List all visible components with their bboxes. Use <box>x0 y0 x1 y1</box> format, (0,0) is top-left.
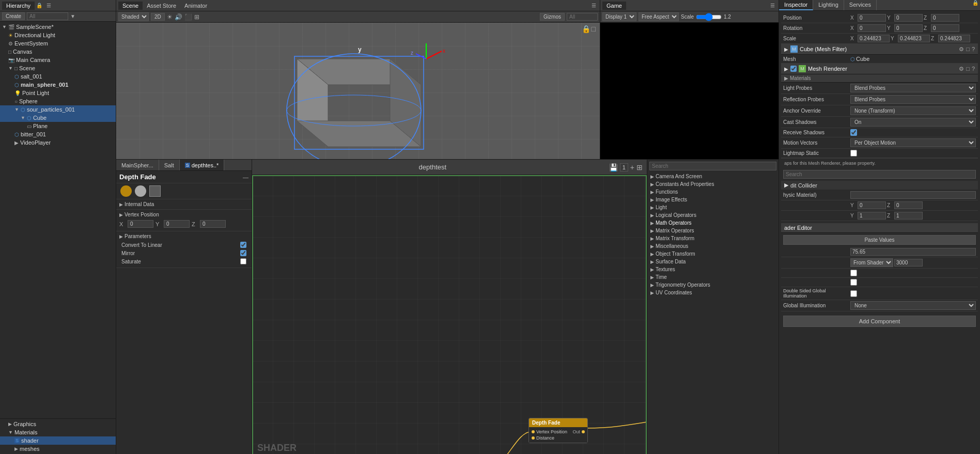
shaded-dropdown[interactable]: Shaded <box>118 12 149 21</box>
add-component-button[interactable]: Add Component <box>783 316 976 327</box>
tree-item-sour-particles[interactable]: ▼ ⬡ sour_particles_001 <box>0 105 116 114</box>
hierarchy-lock-icon[interactable]: 🔒 <box>35 3 44 8</box>
tree-item-video-player[interactable]: ▶ VideoPlayer <box>0 138 116 147</box>
flat-preview-icon[interactable] <box>135 185 146 197</box>
tree-item-materials[interactable]: ▼ Materials <box>0 428 116 436</box>
col2-y-input[interactable] <box>858 212 886 220</box>
tree-item-event-system[interactable]: ⚙ EventSystem <box>0 39 116 48</box>
scene-3d-viewport[interactable]: y <box>116 23 600 159</box>
cat-functions[interactable]: ▶ Functions <box>647 188 779 196</box>
tree-item-scene[interactable]: ▼ □ Scene <box>0 64 116 72</box>
cat-time[interactable]: ▶ Time <box>647 273 779 281</box>
pos-y-input[interactable] <box>894 14 923 22</box>
scale-x-input[interactable] <box>858 35 890 42</box>
parameters-header[interactable]: ▶ Parameters <box>119 233 248 239</box>
game-viewport[interactable] <box>600 23 779 159</box>
reflection-probes-dropdown[interactable]: Blend Probes <box>850 95 976 104</box>
tab-main-sphere[interactable]: MainSpher... <box>116 160 159 170</box>
tab-depthtest[interactable]: S depthtes..* <box>180 160 225 170</box>
rot-x-input[interactable] <box>858 24 886 32</box>
inspector-search-input[interactable] <box>783 170 976 179</box>
scene-menu-icon[interactable]: ☰ <box>590 3 598 8</box>
shader-value-input[interactable] <box>850 248 976 256</box>
saturate-checkbox[interactable] <box>240 258 246 264</box>
tree-item-plane[interactable]: ▭ Plane <box>0 122 116 130</box>
maximize-icon[interactable]: □ <box>592 25 596 33</box>
mirror-checkbox[interactable] <box>240 250 246 256</box>
mesh-renderer-arrow[interactable]: ▶ <box>784 66 788 72</box>
rot-z-input[interactable] <box>931 24 959 32</box>
tab-animator[interactable]: Animator <box>180 2 211 10</box>
scene-effect-icon[interactable]: ⬛ <box>184 13 192 21</box>
convert-linear-checkbox[interactable] <box>240 242 246 248</box>
mesh-renderer-settings[interactable]: ⚙ <box>959 66 964 72</box>
cat-object-transform[interactable]: ▶ Object Transform <box>647 250 779 258</box>
depth-fade-node[interactable]: Depth Fade Vertex Position Out <box>528 418 588 443</box>
depth-fade-collapse-icon[interactable]: — <box>243 174 248 180</box>
checkbox1[interactable] <box>850 270 857 276</box>
shader-grid-icon[interactable]: ⊞ <box>636 163 643 171</box>
tree-item-sample-scene[interactable]: ▼ 🎬 SampleScene* <box>0 23 116 31</box>
shader-add-icon[interactable]: + <box>630 163 634 171</box>
scene-light-icon[interactable]: ☀ <box>167 13 173 21</box>
rot-y-input[interactable] <box>894 24 923 32</box>
shader-canvas[interactable]: dist Vector 2 Depth Fade <box>252 175 647 454</box>
tree-item-main-camera[interactable]: 📷 Main Camera <box>0 56 116 64</box>
hierarchy-search[interactable] <box>27 12 68 20</box>
col-y-input[interactable] <box>858 201 886 209</box>
cat-misc[interactable]: ▶ Miscellaneous <box>647 242 779 250</box>
tab-services[interactable]: Services <box>844 0 877 10</box>
tree-item-sphere[interactable]: ○ Sphere <box>0 97 116 105</box>
double-sided-checkbox[interactable] <box>850 290 857 297</box>
cat-light[interactable]: ▶ Light <box>647 203 779 211</box>
cat-image-effects[interactable]: ▶ Image Effects <box>647 196 779 203</box>
mesh-renderer-expand[interactable]: □ <box>966 66 970 72</box>
lightmap-checkbox[interactable] <box>850 150 857 156</box>
vertex-position-header[interactable]: ▶ Vertex Position <box>119 212 248 217</box>
cat-trig[interactable]: ▶ Trigonometry Operators <box>647 281 779 289</box>
scene-search[interactable] <box>567 13 598 21</box>
col-z-input[interactable] <box>894 201 923 209</box>
cat-matrix-transform[interactable]: ▶ Matrix Transform <box>647 234 779 242</box>
inspector-lock-icon[interactable]: 🔒 <box>971 0 980 10</box>
light-probes-dropdown[interactable]: Blend Probes <box>850 84 976 92</box>
tab-scene[interactable]: Scene <box>118 2 143 10</box>
from-shader-input[interactable] <box>894 259 923 267</box>
from-shader-dropdown[interactable]: From Shader <box>850 258 893 267</box>
motion-vectors-dropdown[interactable]: Per Object Motion <box>850 138 976 147</box>
game-menu-icon[interactable]: ☰ <box>769 3 776 8</box>
node-search-input[interactable] <box>649 162 776 170</box>
scale-z-input[interactable] <box>938 35 970 42</box>
cube-preview-icon[interactable] <box>149 185 161 197</box>
receive-shadows-checkbox[interactable] <box>850 129 857 136</box>
cat-matrix-ops[interactable]: ▶ Matrix Operators <box>647 227 779 234</box>
physic-material-input[interactable] <box>850 191 976 199</box>
vertex-z-input[interactable] <box>200 220 226 228</box>
cat-textures[interactable]: ▶ Textures <box>647 265 779 273</box>
scale-y-input[interactable] <box>898 35 930 42</box>
vertex-y-input[interactable] <box>164 220 190 228</box>
anchor-override-dropdown[interactable]: None (Transform) <box>850 106 976 115</box>
tab-lighting[interactable]: Lighting <box>813 0 844 10</box>
cat-constants[interactable]: ▶ Constants And Properties <box>647 180 779 188</box>
tree-item-salt[interactable]: ⬡ salt_001 <box>0 72 116 81</box>
shader-num-icon[interactable]: 1 <box>620 163 628 171</box>
scene-audio-icon[interactable]: 🔊 <box>175 13 182 21</box>
tree-item-canvas[interactable]: □ Canvas <box>0 48 116 56</box>
tree-item-point-light[interactable]: 💡 Point Light <box>0 89 116 97</box>
cat-math[interactable]: ▶ Math Operators <box>647 219 779 227</box>
tree-item-meshes[interactable]: ▶ meshes <box>0 445 116 453</box>
scene-grid-icon[interactable]: ⊞ <box>194 13 199 21</box>
collider-section-header[interactable]: ▶ dit Collider <box>781 181 978 190</box>
mesh-filter-arrow[interactable]: ▶ <box>784 46 788 52</box>
cat-surface-data[interactable]: ▶ Surface Data <box>647 258 779 265</box>
tree-item-shader[interactable]: S shader <box>0 436 116 445</box>
tab-asset-store[interactable]: Asset Store <box>143 2 180 10</box>
aspect-dropdown[interactable]: Free Aspect <box>639 12 679 21</box>
create-button[interactable]: Create <box>2 12 25 20</box>
gizmos-button[interactable]: Gizmos <box>540 13 565 21</box>
tree-item-directional-light[interactable]: ☀ Directional Light <box>0 31 116 39</box>
tree-item-cube[interactable]: ▼ ⬡ Cube <box>0 114 116 122</box>
pos-z-input[interactable] <box>931 14 959 22</box>
paste-values-button[interactable]: Paste Values <box>783 235 976 245</box>
